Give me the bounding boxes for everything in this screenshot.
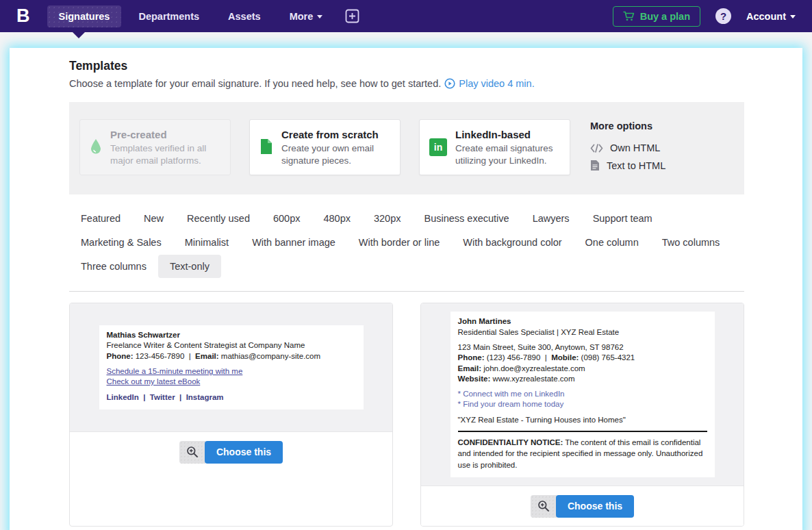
option-card-linkedin-based[interactable]: in LinkedIn-based Create email signature… — [419, 119, 570, 175]
own-html-option[interactable]: Own HTML — [590, 142, 665, 153]
page-background: Templates Choose a template for your ema… — [0, 32, 812, 530]
option-title: LinkedIn-based — [455, 129, 560, 140]
subtitle-text: Choose a template for your email signatu… — [69, 78, 441, 89]
filter-tab-with-banner-image[interactable]: With banner image — [240, 231, 347, 254]
file-icon — [259, 138, 273, 157]
option-desc: Templates verified in all major email pl… — [110, 142, 220, 166]
sig-social-links: LinkedIn | Twitter | Instagram — [107, 393, 356, 403]
filter-tab-minimalist[interactable]: Minimalist — [173, 231, 240, 254]
play-video-link[interactable]: Play video 4 min. — [444, 78, 534, 89]
play-circle-icon — [444, 78, 455, 89]
sig-website-line: Website: www.xyzrealestate.com — [458, 375, 707, 384]
filter-tab-one-column[interactable]: One column — [574, 231, 650, 254]
filter-tab-featured[interactable]: Featured — [69, 207, 132, 230]
brand-logo[interactable]: B — [16, 7, 29, 25]
filter-tab-with-border-or-line[interactable]: With border or line — [347, 231, 451, 254]
chevron-down-icon — [317, 15, 322, 18]
template-preview-area: John Martines Residential Sales Speciali… — [421, 303, 744, 485]
nav-item-more[interactable]: More — [278, 5, 335, 27]
own-html-label: Own HTML — [610, 142, 660, 153]
cart-icon — [623, 11, 635, 21]
navbar-right: Buy a plan ? Account — [613, 6, 796, 27]
option-card-pre-created: Pre-created Templates verified in all ma… — [79, 119, 231, 175]
filter-tab-marketing-sales[interactable]: Marketing & Sales — [69, 231, 173, 254]
sig-contact-line: Phone: 123-456-7890 | Email: mathias@com… — [107, 352, 356, 362]
droplet-icon — [90, 138, 102, 157]
option-desc: Create email signatures utilizing your L… — [455, 142, 560, 166]
nav-item-signatures[interactable]: Signatures — [47, 5, 122, 27]
active-tab-pointer — [73, 32, 85, 38]
account-label: Account — [746, 11, 786, 22]
page-title: Templates — [69, 59, 744, 73]
choose-this-button[interactable]: Choose this — [556, 495, 634, 518]
sig-linkedin-cta[interactable]: * Connect with me on LinkedIn — [458, 390, 707, 399]
sig-name: Mathias Schwartzer — [107, 331, 356, 340]
filter-tab-two-columns[interactable]: Two columns — [650, 231, 732, 254]
template-card-footer: Choose this — [70, 431, 392, 472]
option-desc: Create your own email signature pieces. — [281, 142, 390, 166]
text-to-html-option[interactable]: Text to HTML — [590, 160, 665, 171]
account-menu[interactable]: Account — [746, 11, 796, 22]
add-new-button[interactable] — [345, 9, 359, 23]
section-divider — [69, 291, 744, 292]
template-card-mathias: Mathias Schwartzer Freelance Writer & Co… — [69, 303, 393, 527]
template-grid: Mathias Schwartzer Freelance Writer & Co… — [69, 303, 744, 527]
option-title: Create from scratch — [281, 129, 390, 140]
option-card-create-from-scratch[interactable]: Create from scratch Create your own emai… — [249, 119, 401, 175]
zoom-preview-button[interactable] — [531, 495, 557, 518]
filter-tab-business-executive[interactable]: Business executive — [413, 207, 521, 230]
nav-more-label: More — [290, 11, 314, 22]
signature-preview: Mathias Schwartzer Freelance Writer & Co… — [99, 325, 364, 409]
sig-linkedin-link[interactable]: LinkedIn — [107, 393, 139, 401]
filter-tab-new[interactable]: New — [132, 207, 175, 230]
filter-tab-600px[interactable]: 600px — [262, 207, 312, 230]
filter-tab-text-only[interactable]: Text-only — [158, 255, 221, 278]
sig-email-line: Email: john.doe@xyzrealestate.com — [458, 364, 707, 374]
main-nav: Signatures Departments Assets More — [47, 5, 360, 27]
sig-dream-home-cta[interactable]: * Find your dream home today — [458, 400, 707, 409]
sig-meeting-link[interactable]: Schedule a 15-minute meeting with me — [107, 367, 243, 375]
more-options-title: More options — [590, 121, 665, 131]
template-preview-area: Mathias Schwartzer Freelance Writer & Co… — [70, 303, 392, 431]
nav-item-assets[interactable]: Assets — [216, 5, 272, 27]
sig-ebook-link[interactable]: Check out my latest eBook — [107, 377, 201, 386]
text-to-html-label: Text to HTML — [607, 160, 665, 171]
content-panel: Templates Choose a template for your ema… — [10, 48, 802, 530]
sig-address: 123 Main Street, Suite 300, Anytown, ST … — [458, 343, 707, 353]
sig-twitter-link[interactable]: Twitter — [150, 393, 175, 401]
buy-a-plan-button[interactable]: Buy a plan — [613, 6, 700, 27]
help-button[interactable]: ? — [715, 8, 731, 24]
magnifier-plus-icon — [186, 446, 199, 458]
filter-tab-lawyers[interactable]: Lawyers — [521, 207, 581, 230]
signature-preview: John Martines Residential Sales Speciali… — [451, 312, 715, 477]
filter-tab-480px[interactable]: 480px — [312, 207, 362, 230]
nav-item-departments[interactable]: Departments — [127, 5, 211, 27]
page-subtitle: Choose a template for your email signatu… — [69, 78, 744, 89]
sig-phone-line: Phone: (123) 456-7890 | Mobile: (098) 76… — [458, 353, 707, 363]
filter-tab-320px[interactable]: 320px — [362, 207, 413, 230]
filter-tab-three-columns[interactable]: Three columns — [69, 255, 158, 278]
creation-options-section: Pre-created Templates verified in all ma… — [69, 102, 744, 194]
sig-role: Freelance Writer & Content Strategist at… — [107, 341, 356, 351]
filter-tab-with-background-color[interactable]: With background color — [451, 231, 573, 254]
buy-a-plan-label: Buy a plan — [640, 11, 690, 22]
sig-separator-line — [458, 431, 707, 432]
linkedin-icon: in — [429, 138, 447, 156]
choose-this-button[interactable]: Choose this — [205, 441, 283, 464]
filter-tab-support-team[interactable]: Support team — [581, 207, 664, 230]
filter-tabs: Featured New Recently used 600px 480px 3… — [69, 207, 747, 278]
play-video-label: Play video 4 min. — [459, 78, 534, 89]
more-options: More options Own HTML Text to HTML — [590, 119, 665, 177]
filter-tab-recently-used[interactable]: Recently used — [175, 207, 262, 230]
code-icon — [590, 144, 603, 153]
zoom-preview-button[interactable] — [179, 441, 205, 464]
sig-instagram-link[interactable]: Instagram — [186, 393, 224, 401]
top-navbar: B Signatures Departments Assets More Buy… — [0, 0, 812, 32]
option-title: Pre-created — [110, 129, 220, 140]
doc-icon — [590, 160, 600, 171]
chevron-down-icon — [790, 15, 796, 18]
sig-tagline: "XYZ Real Estate - Turning Houses into H… — [458, 416, 707, 425]
sig-role: Residential Sales Specialist | XYZ Real … — [458, 328, 707, 338]
sig-confidentiality-notice: CONFIDENTIALITY NOTICE: The content of t… — [458, 437, 707, 471]
template-card-footer: Choose this — [421, 485, 744, 526]
